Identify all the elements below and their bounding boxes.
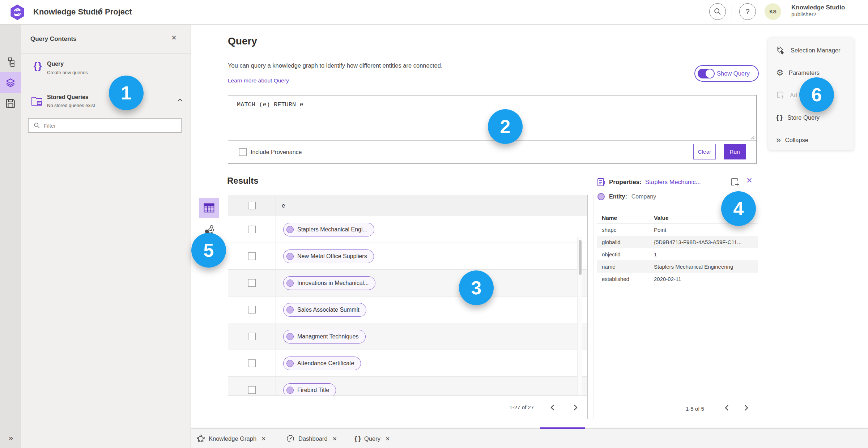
edit-title-icon[interactable] [95,7,103,16]
results-scrollbar[interactable] [577,237,582,396]
query-heading: Query [228,35,257,47]
properties-prev-button[interactable] [725,405,729,411]
user-avatar[interactable]: KS [765,3,781,20]
learn-more-link[interactable]: Learn more about Query [228,77,289,84]
toggle-on[interactable] [698,69,715,78]
folder-icon [31,95,43,106]
row-checkbox[interactable] [248,386,256,394]
close-tab-icon[interactable]: × [333,435,337,443]
entity-dot-icon [286,333,294,340]
table-row[interactable]: Attendance Certificate [228,350,587,377]
next-page-button[interactable] [571,403,580,412]
left-icon-rail: » [0,25,21,448]
layers-icon [5,78,16,88]
column-header-e: e [282,202,285,209]
entity-pill[interactable]: Attendance Certificate [283,357,361,370]
entity-pill[interactable]: Innovations in Mechanical... [283,276,375,290]
row-checkbox[interactable] [248,252,256,260]
search-button[interactable] [709,3,726,20]
project-title: Knowledge Studio Project [33,7,132,17]
run-button[interactable]: Run [724,144,746,159]
callout-badge-6: 6 [799,77,834,112]
include-provenance-label: Include Provenance [251,149,302,155]
properties-pagination-divider [597,398,758,398]
entity-pill[interactable]: Staplers Mechanical Engi... [283,223,374,236]
include-provenance-checkbox[interactable] [239,148,247,156]
bottom-tab-strip: Knowledge Graph × Dashboard × { } Query … [191,428,868,448]
menu-item-selection-manager[interactable]: Selection Manager [768,43,854,57]
entity-dot-icon [286,253,294,260]
tab-knowledge-graph[interactable]: Knowledge Graph × [196,429,266,448]
help-button[interactable]: ? [739,3,756,20]
panel-close-icon[interactable]: × [171,33,176,42]
menu-item-parameters[interactable]: ⚙ Parameters [768,65,854,80]
results-table: e Staplers Mechanical Engi... New Metal … [228,195,588,419]
select-all-checkbox[interactable] [248,202,256,209]
prev-page-button[interactable] [548,403,557,412]
property-row[interactable]: globalid{5D9B4713-F98D-4A53-A59F-C11... [597,236,758,248]
table-row[interactable]: Managment Techniques [228,323,587,350]
show-query-toggle[interactable]: Show Query [694,65,759,82]
entity-pill[interactable]: Managment Techniques [283,330,366,344]
row-checkbox[interactable] [248,279,256,287]
knowledge-graph-icon [196,434,205,443]
properties-pagination-label: 1-5 of 5 [686,406,704,412]
row-checkbox[interactable] [248,306,256,313]
expand-rail-button[interactable]: » [0,434,21,443]
query-item-label: Query [47,61,64,67]
entity-dot-icon [286,387,294,394]
chevron-up-icon[interactable] [177,98,183,102]
stored-queries-sublabel: No stored queries exist [47,103,95,108]
chevrons-right-icon: » [776,135,780,145]
callout-badge-2: 2 [488,109,523,144]
callout-badge-3: 3 [459,270,494,305]
rail-item-schema[interactable] [0,52,21,72]
braces-icon: { } [776,114,782,121]
table-row[interactable]: Sales Associate Summit [228,296,587,323]
rail-item-layers[interactable] [0,72,21,93]
user-name: Knowledge Studio [791,4,845,11]
menu-item-store-query[interactable]: { } Store Query [768,110,854,125]
add-selection-icon [776,91,785,99]
property-row[interactable]: nameStaplers Mechanical Engineering [597,260,758,273]
close-tab-icon[interactable]: × [386,435,390,443]
clear-button[interactable]: Clear [693,144,716,159]
scrollbar-thumb[interactable] [579,240,582,275]
property-row[interactable]: established2020-02-11 [597,273,758,285]
topbar-divider [732,3,732,22]
chevron-right-icon [744,405,748,411]
entity-dot-icon [597,193,605,200]
entity-pill[interactable]: Sales Associate Summit [283,303,366,317]
tab-query[interactable]: { } Query × [354,429,390,448]
row-checkbox[interactable] [248,226,256,233]
properties-header: Properties: Staplers Mechanic... [597,178,701,187]
table-row[interactable]: New Metal Office Suppliers [228,243,587,270]
properties-entity-link[interactable]: Staplers Mechanic... [645,179,701,186]
filter-input[interactable] [44,123,167,129]
menu-item-collapse[interactable]: » Collapse [768,133,854,147]
add-to-selection-button[interactable] [730,177,740,187]
user-role: publisher2 [791,11,845,18]
table-row[interactable]: Innovations in Mechanical... [228,270,587,296]
panel-divider [21,84,191,84]
callout-badge-1: 1 [109,76,144,110]
callout-badge-5: 5 [191,233,226,268]
close-tab-icon[interactable]: × [261,435,266,443]
table-icon [204,203,214,213]
table-row[interactable]: Staplers Mechanical Engi... [228,216,587,243]
table-row[interactable]: Firebird Title [228,377,587,396]
property-row[interactable]: objectid1 [597,248,758,260]
properties-close-icon[interactable]: × [746,176,752,185]
tab-dashboard[interactable]: Dashboard × [286,429,337,448]
rail-item-save[interactable] [0,93,21,114]
braces-icon: { } [31,61,43,71]
table-view-button[interactable] [199,198,219,218]
user-info: Knowledge Studio publisher2 [791,4,845,18]
row-checkbox[interactable] [248,333,256,340]
properties-next-button[interactable] [744,405,748,411]
row-checkbox[interactable] [248,359,256,367]
entity-pill[interactable]: Firebird Title [283,383,336,396]
entity-pill[interactable]: New Metal Office Suppliers [283,249,374,263]
resize-handle-icon[interactable] [750,135,755,140]
gear-icon: ⚙ [776,69,784,77]
